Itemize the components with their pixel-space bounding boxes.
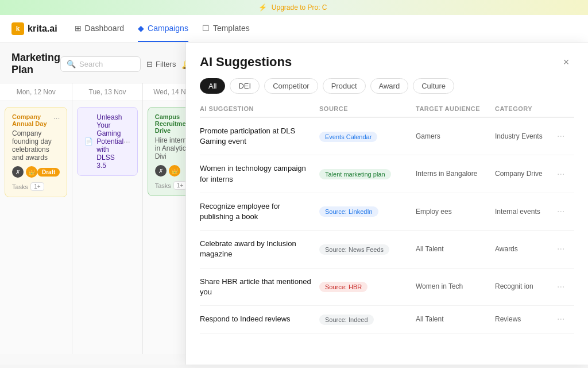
table-row: Share HBR article that mentioned you Sou… (200, 269, 574, 306)
day-header-wed: Wed, 14 Nov (143, 83, 185, 101)
suggestion-text: Recognize employee for publishing a book (200, 201, 315, 222)
row-menu-dots[interactable]: ··· (557, 314, 574, 324)
tasks-label: Tasks (12, 183, 28, 190)
modal-title: AI Suggestions (200, 55, 292, 70)
card-company-annual-day[interactable]: Company Annual Day ··· Company founding … (5, 107, 67, 197)
tab-product[interactable]: Product (323, 78, 366, 94)
tasks-count: 1+ (30, 182, 44, 191)
search-box[interactable]: 🔍 Search (60, 56, 141, 72)
target-audience: Employ ees (416, 207, 490, 217)
target-audience: Women in Tech (416, 282, 490, 292)
nav-dashboard[interactable]: ⊞ Dashboard (75, 16, 125, 42)
main-content: Marketing Plan 🔍 Search ⊟ Filters 🔔 Mon,… (0, 43, 588, 365)
card-gaming-menu[interactable]: ··· (123, 137, 130, 146)
logo-icon: k (11, 22, 24, 35)
category-label: Recognit ion (495, 282, 552, 292)
modal-header: AI Suggestions × (186, 43, 588, 70)
nav-campaigns-label: Campaigns (148, 24, 188, 33)
filter-icon: ⊟ (146, 60, 153, 68)
suggestion-text: Share HBR article that mentioned you (200, 277, 315, 297)
tab-award[interactable]: Award (370, 78, 409, 94)
source-badge-label: Source: Indeed (319, 315, 374, 325)
row-menu-dots[interactable]: ··· (557, 244, 574, 254)
card-gaming[interactable]: 📄 Unleash Your Gaming Potential with DLS… (77, 107, 137, 176)
close-button[interactable]: × (558, 54, 574, 70)
th-source: SOURCE (319, 105, 411, 112)
card-green-category: Campus Recruitment Drive (155, 113, 185, 134)
table-row: Celebrate award by Inclusion magazine So… (200, 231, 574, 268)
row-menu-dots[interactable]: ··· (557, 169, 574, 179)
table-row: Recognize employee for publishing a book… (200, 193, 574, 231)
row-menu-dots[interactable]: ··· (557, 282, 574, 292)
doc-icon: 📄 (84, 137, 93, 145)
th-actions (557, 105, 574, 112)
lightning-icon: ⚡ (258, 3, 267, 12)
nav-templates[interactable]: ☐ Templates (202, 16, 250, 42)
source-badge-label: Source: LinkedIn (319, 206, 378, 217)
filters-button[interactable]: ⊟ Filters (146, 60, 176, 68)
templates-icon: ☐ (202, 24, 210, 33)
card-category: Company Annual Day (12, 113, 53, 127)
draft-badge: Draft (37, 168, 60, 177)
suggestion-text: Promote participation at DLS Gaming even… (200, 126, 315, 147)
source-badge: Source: Indeed (319, 314, 411, 325)
source-badge-label: Talent marketing plan (319, 169, 391, 179)
tab-dei[interactable]: DEI (230, 78, 260, 94)
calendar-grid: Mon, 12 Nov Tue, 13 Nov Wed, 14 Nov Comp… (0, 83, 185, 354)
card-green-tasks: Tasks 1+ (155, 181, 185, 190)
navbar: k krita.ai ⊞ Dashboard ◆ Campaigns ☐ Tem… (0, 15, 588, 43)
source-badge: Source: HBR (319, 281, 411, 292)
th-category: CATEGORY (495, 105, 552, 112)
nav-campaigns[interactable]: ◆ Campaigns (138, 16, 188, 42)
table-row: Promote participation at DLS Gaming even… (200, 118, 574, 155)
category-label: Reviews (495, 315, 552, 324)
nav-dashboard-label: Dashboard (85, 24, 125, 33)
upgrade-banner[interactable]: ⚡ Upgrade to Pro: C (0, 0, 588, 15)
day-col-mon: Company Annual Day ··· Company founding … (0, 101, 72, 354)
tasks-count-green: 1+ (173, 181, 185, 190)
source-badge: Source: LinkedIn (319, 206, 411, 217)
row-menu-dots[interactable]: ··· (557, 206, 574, 217)
card-green-avatars: ✗ 👑 (155, 165, 185, 177)
source-badge: Events Calendar (319, 131, 411, 142)
filter-tabs: All DEI Competitor Product Award Culture (186, 70, 588, 101)
tab-all[interactable]: All (200, 78, 225, 94)
source-badge-label: Source: HBR (319, 282, 368, 292)
source-badge: Source: News Feeds (319, 244, 411, 255)
avatar-2: 👑 (26, 166, 37, 178)
day-col-wed: Campus Recruitment Drive Hire interns in… (143, 101, 185, 354)
target-audience: Gamers (416, 132, 490, 141)
category-label: Awards (495, 244, 552, 254)
search-icon: 🔍 (67, 60, 76, 68)
dashboard-icon: ⊞ (75, 24, 82, 33)
tab-culture[interactable]: Culture (413, 78, 454, 94)
notification-bell[interactable]: 🔔 (181, 57, 185, 70)
row-menu-dots[interactable]: ··· (557, 131, 574, 141)
card-tasks: Tasks 1+ (12, 182, 60, 191)
suggestion-text: Women in technology campaign for interns (200, 163, 315, 184)
avatar-g2: 👑 (169, 165, 180, 177)
nav-templates-label: Templates (213, 24, 250, 33)
card-gaming-text: Unleash Your Gaming Potential with DLSS … (96, 113, 123, 170)
nav-items: ⊞ Dashboard ◆ Campaigns ☐ Templates (75, 16, 250, 42)
tab-competitor[interactable]: Competitor (264, 78, 318, 94)
th-suggestion: AI SUGGESTION (200, 105, 315, 112)
card-menu-dots[interactable]: ··· (53, 113, 60, 122)
source-badge-label: Events Calendar (319, 132, 377, 142)
card-avatars: ✗ 👑 (12, 166, 37, 178)
card-campus-drive[interactable]: Campus Recruitment Drive Hire interns in… (148, 107, 185, 196)
avatar-g1: ✗ (155, 165, 167, 177)
day-header-mon: Mon, 12 Nov (0, 83, 72, 101)
card-description: Company founding day celebrations and aw… (12, 129, 60, 162)
left-panel: Marketing Plan 🔍 Search ⊟ Filters 🔔 Mon,… (0, 43, 185, 365)
left-header: Marketing Plan 🔍 Search ⊟ Filters 🔔 (0, 43, 185, 83)
table-row: Respond to Indeed reviews Source: Indeed… (200, 306, 574, 334)
filters-label: Filters (156, 60, 176, 68)
target-audience: All Talent (416, 315, 490, 324)
logo-text: krita.ai (28, 24, 57, 34)
avatar-1: ✗ (12, 166, 24, 178)
source-badge-label: Source: News Feeds (319, 244, 389, 255)
tasks-label-green: Tasks (155, 182, 171, 189)
suggestion-text: Respond to Indeed reviews (200, 314, 315, 324)
card-green-desc: Hire interns in Analytics Divi (155, 136, 185, 160)
